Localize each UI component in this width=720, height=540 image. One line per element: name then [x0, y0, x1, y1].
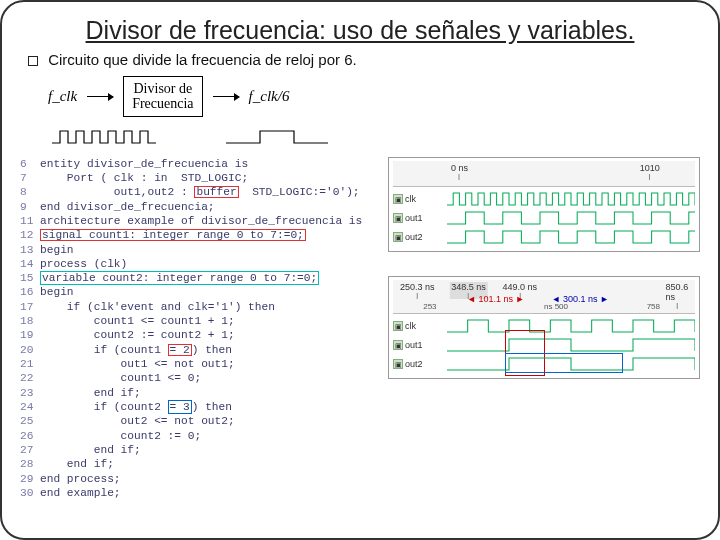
signal-icon: ▣: [393, 340, 403, 350]
sim-panel-overview: 0 ns 1010 ▣clk ▣out1 ▣out2: [388, 157, 700, 252]
vhdl-code: 6entity divisor_de_frecuencia is 7 Port …: [20, 157, 380, 501]
sim-row-out1: ▣out1: [393, 209, 695, 227]
arrow-icon: [213, 96, 239, 97]
sim-row-out1: ▣out1: [393, 336, 695, 354]
bullet-icon: [28, 56, 38, 66]
sim-ruler: 250.3 ns 348.5 ns 449.0 ns 850.6 ns ◄ 10…: [393, 280, 695, 314]
sim-panel-zoom: 250.3 ns 348.5 ns 449.0 ns 850.6 ns ◄ 10…: [388, 276, 700, 379]
block-diagram: f_clk Divisor de Frecuencia f_clk/6: [48, 76, 700, 117]
sim-row-clk: ▣clk: [393, 190, 695, 208]
block-box: Divisor de Frecuencia: [123, 76, 202, 117]
arrow-icon: [87, 96, 113, 97]
block-in-label: f_clk: [48, 88, 77, 105]
mini-waveforms: [48, 125, 700, 151]
signal-icon: ▣: [393, 321, 403, 331]
subtitle: Circuito que divide la frecuencia de rel…: [28, 51, 700, 68]
page-title: Divisor de frecuencia: uso de señales y …: [60, 16, 660, 45]
block-out-label: f_clk/6: [249, 88, 290, 105]
highlight-signal: signal count1: integer range 0 to 7:=0;: [40, 229, 306, 241]
sim-ruler: 0 ns 1010: [393, 161, 695, 187]
sim-row-out2: ▣out2: [393, 228, 695, 246]
highlight-cond1: = 2: [168, 344, 192, 356]
block-box-l2: Frecuencia: [132, 96, 193, 111]
signal-icon: ▣: [393, 359, 403, 369]
highlight-buffer: buffer: [194, 186, 238, 198]
highlight-cond2: = 3: [168, 400, 192, 414]
subtitle-text: Circuito que divide la frecuencia de rel…: [48, 51, 357, 68]
signal-icon: ▣: [393, 194, 403, 204]
signal-icon: ▣: [393, 213, 403, 223]
blue-cursor: [505, 353, 623, 373]
block-box-l1: Divisor de: [134, 81, 193, 96]
signal-icon: ▣: [393, 232, 403, 242]
highlight-variable: variable count2: integer range 0 to 7:=0…: [40, 271, 319, 285]
sim-row-out2: ▣out2: [393, 355, 695, 373]
